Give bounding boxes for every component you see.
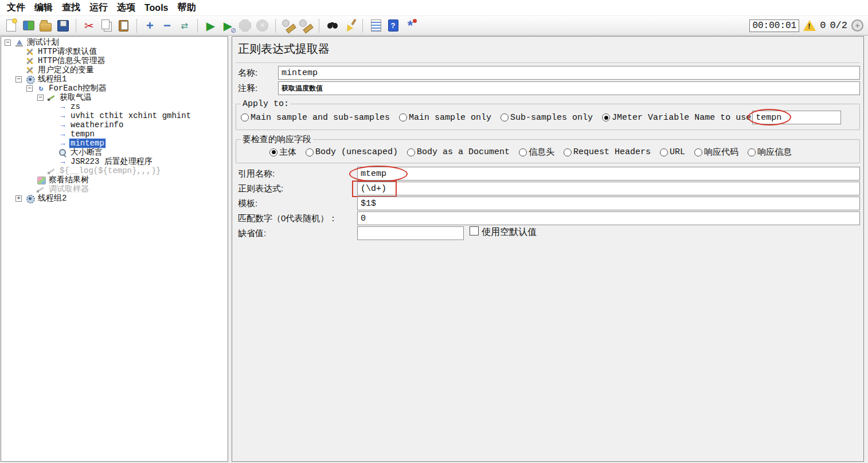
open-icon[interactable]	[38, 18, 53, 33]
radio-response-headers[interactable]: 信息头	[519, 147, 554, 158]
stop-icon[interactable]	[237, 18, 253, 33]
tree-node-label[interactable]: mintemp	[69, 139, 105, 148]
start-icon[interactable]: ▶	[203, 18, 218, 33]
match-number-input[interactable]	[357, 211, 860, 225]
tree-node-label[interactable]: ${__log(${tempn},,,)}	[58, 166, 162, 175]
tree-node[interactable]: ${__log(${tempn},,,)}	[1, 166, 228, 175]
tree-node[interactable]: →JSR223 后置处理程序	[1, 157, 228, 166]
cut-icon[interactable]: ✂	[81, 18, 97, 33]
tree-node-label[interactable]: 线程组2	[37, 193, 68, 203]
menu-item-search[interactable]: 查找	[57, 1, 85, 15]
add-icon[interactable]: +	[142, 18, 158, 33]
radio-circle-body-unescaped[interactable]	[306, 148, 314, 156]
tree-node[interactable]: 调试取样器	[1, 185, 228, 194]
menu-item-options[interactable]: 选项	[112, 1, 140, 15]
clear-search-icon[interactable]	[342, 18, 357, 33]
radio-jmeter-variable-name[interactable]: JMeter Variable Name to use	[602, 113, 751, 123]
tree-node[interactable]: −↻ForEach控制器	[1, 84, 228, 93]
radio-circle-response-message[interactable]	[748, 148, 756, 156]
reference-name-field-wrap	[357, 167, 860, 181]
copy-icon[interactable]	[99, 18, 114, 33]
radio-circle-response-code[interactable]	[694, 148, 702, 156]
default-value-input[interactable]	[357, 226, 464, 240]
radio-circle-body-as-document[interactable]	[407, 148, 415, 156]
radio-sub-samples-only[interactable]: Sub-samples only	[501, 113, 593, 123]
menu-item-run[interactable]: 运行	[85, 1, 112, 15]
expand-icon[interactable]: +	[15, 195, 22, 202]
collapse-icon[interactable]: −	[37, 95, 44, 101]
save-icon[interactable]	[55, 18, 71, 33]
collapse-icon[interactable]: −	[15, 76, 22, 83]
tree-node-label[interactable]: JSR223 后置处理程序	[69, 156, 154, 167]
tree-node-label[interactable]: zs	[69, 102, 81, 111]
radio-url[interactable]: URL	[660, 147, 685, 157]
radio-circle-response-headers[interactable]	[519, 148, 527, 156]
use-empty-default-checkbox[interactable]	[470, 226, 479, 236]
regex-input[interactable]	[357, 182, 860, 195]
tree-node[interactable]: HTTP信息头管理器	[1, 56, 228, 65]
menu-item-help[interactable]: 帮助	[173, 1, 200, 15]
radio-circle-body[interactable]	[269, 148, 277, 156]
tree-node-label[interactable]: tempn	[69, 130, 96, 139]
radio-circle-url[interactable]	[660, 148, 668, 156]
warning-icon[interactable]	[803, 20, 816, 31]
tree-node[interactable]: 用户定义的变量	[1, 65, 228, 74]
radio-main-sample-and-sub-samples[interactable]: Main sample and sub-samples	[241, 113, 390, 123]
tree-node-label[interactable]: 获取气温	[58, 92, 93, 103]
templates-icon[interactable]	[21, 18, 36, 33]
comments-input[interactable]	[278, 81, 860, 95]
radio-response-message[interactable]: 响应信息	[748, 147, 792, 158]
tree-node[interactable]: −获取气温	[1, 93, 228, 102]
collapse-icon[interactable]: −	[26, 85, 33, 92]
tree-node[interactable]: →mintemp	[1, 139, 228, 148]
radio-body-as-document[interactable]: Body as a Document	[407, 147, 510, 157]
collapse-icon[interactable]: −	[5, 40, 11, 46]
help-icon[interactable]	[385, 18, 401, 33]
tree-node[interactable]: −线程组1	[1, 74, 228, 84]
paste-icon[interactable]	[116, 18, 131, 33]
error-count[interactable]: 0	[820, 20, 826, 31]
radio-circle-main-sample-and-sub-samples[interactable]	[241, 113, 249, 121]
radio-body[interactable]: 主体	[269, 147, 296, 158]
remove-icon[interactable]: −	[159, 18, 175, 33]
ssl-manager-icon[interactable]: *	[402, 18, 418, 33]
radio-body-unescaped[interactable]: Body (unescaped)	[306, 147, 398, 157]
menu-item-edit[interactable]: 编辑	[30, 1, 57, 15]
function-helper-icon[interactable]	[368, 18, 384, 33]
tree-node[interactable]: HTTP请求默认值	[1, 47, 228, 56]
name-input[interactable]	[278, 66, 860, 80]
start-no-timers-icon[interactable]: ▶	[220, 18, 236, 33]
search-icon[interactable]	[324, 18, 340, 33]
assert-icon	[58, 148, 68, 157]
arrow-icon: →	[58, 139, 68, 148]
radio-request-headers[interactable]: Request Headers	[564, 147, 651, 157]
template-input[interactable]	[357, 197, 860, 210]
config-icon	[25, 57, 35, 65]
arrow-icon: →	[58, 103, 68, 111]
tree-node[interactable]: 大小断言	[1, 148, 228, 157]
tree-node-label[interactable]: weatherinfo	[69, 120, 124, 130]
tree-node[interactable]: →tempn	[1, 130, 228, 139]
menu-item-tools[interactable]: Tools	[140, 2, 173, 14]
tree-node[interactable]: +线程组2	[1, 194, 228, 203]
reference-name-input[interactable]	[357, 167, 860, 181]
tree-node[interactable]: →uvhit cthit xchint gmhint	[1, 111, 228, 120]
radio-response-code[interactable]: 响应代码	[694, 147, 738, 158]
tree-node[interactable]: 察看结果树	[1, 175, 228, 185]
toggle-icon[interactable]: ⇄	[177, 18, 192, 33]
clear-all-icon[interactable]	[298, 18, 314, 33]
new-icon[interactable]	[3, 18, 19, 33]
radio-circle-sub-samples-only[interactable]	[501, 113, 509, 121]
tree-node-label[interactable]: uvhit cthit xchint gmhint	[69, 111, 192, 120]
radio-main-sample-only[interactable]: Main sample only	[399, 113, 491, 123]
tree-node[interactable]: →zs	[1, 102, 228, 111]
radio-circle-jmeter-variable-name[interactable]	[602, 113, 610, 121]
tree-node[interactable]: −测试计划	[1, 38, 228, 47]
menu-item-file[interactable]: 文件	[2, 1, 30, 15]
radio-circle-main-sample-only[interactable]	[399, 113, 407, 121]
clear-icon[interactable]	[281, 18, 296, 33]
radio-circle-request-headers[interactable]	[564, 148, 572, 156]
tree-node[interactable]: →weatherinfo	[1, 120, 228, 130]
shutdown-icon[interactable]	[255, 18, 270, 33]
jmeter-variable-input[interactable]	[752, 111, 841, 124]
